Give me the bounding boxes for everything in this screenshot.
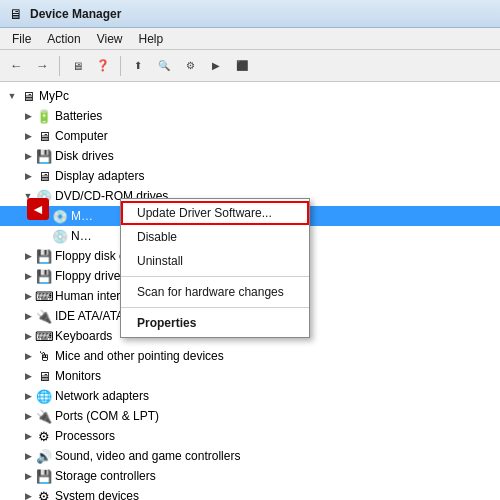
tree-item-computer[interactable]: 🖥 Computer [0,126,500,146]
tree-arrow-monitors[interactable] [20,368,36,384]
tree-item-processors[interactable]: ⚙ Processors [0,426,500,446]
tree-arrow-batteries[interactable] [20,108,36,124]
scan-button[interactable]: 🔍 [152,54,176,78]
context-menu: Update Driver Software... Disable Uninst… [120,198,310,338]
tree-label-mice: Mice and other pointing devices [55,349,224,363]
tree-label-ports: Ports (COM & LPT) [55,409,159,423]
tree-arrow-floppy2[interactable] [20,268,36,284]
tree-label-keyboards: Keyboards [55,329,112,343]
properties-button[interactable]: 🖥 [65,54,89,78]
tree-arrow-ports[interactable] [20,408,36,424]
tree-label-diskdrives: Disk drives [55,149,114,163]
tree-item-system[interactable]: ⚙ System devices [0,486,500,500]
title-bar-text: Device Manager [30,7,121,21]
forward-button[interactable]: → [30,54,54,78]
display-icon: 🖥 [36,168,52,184]
tree-item-diskdrives[interactable]: 💾 Disk drives [0,146,500,166]
tree-arrow-system[interactable] [20,488,36,500]
ctx-update-driver[interactable]: Update Driver Software... [121,201,309,225]
tree-arrow-computer[interactable] [20,128,36,144]
dvd-sub-icon-1: 💿 [52,208,68,224]
tree-item-mice[interactable]: 🖱 Mice and other pointing devices [0,346,500,366]
tree-label-system: System devices [55,489,139,500]
network-icon: 🌐 [36,388,52,404]
toolbar-separator-1 [59,56,60,76]
processor-icon: ⚙ [36,428,52,444]
tree-arrow-floppy1[interactable] [20,248,36,264]
update-driver-button[interactable]: ⬆ [126,54,150,78]
menu-help[interactable]: Help [131,30,172,48]
tree-label-computer: Computer [55,129,108,143]
tree-arrow-displayadapters[interactable] [20,168,36,184]
app-icon: 🖥 [8,6,24,22]
tree-arrow-diskdrives[interactable] [20,148,36,164]
system-icon: ⚙ [36,488,52,500]
ctx-disable[interactable]: Disable [121,225,309,249]
tree-label-processors: Processors [55,429,115,443]
monitors-icon: 🖥 [36,368,52,384]
human-icon: ⌨ [36,288,52,304]
tree-label-m: M… [71,209,93,223]
menu-view[interactable]: View [89,30,131,48]
tree-item-monitors[interactable]: 🖥 Monitors [0,366,500,386]
tree-arrow-sound[interactable] [20,448,36,464]
ctx-scan[interactable]: Scan for hardware changes [121,280,309,304]
help-button[interactable]: ❓ [91,54,115,78]
ide-icon: 🔌 [36,308,52,324]
disk-icon: 💾 [36,148,52,164]
menu-file[interactable]: File [4,30,39,48]
keyboard-icon: ⌨ [36,328,52,344]
toolbar-btn-3[interactable]: ⚙ [178,54,202,78]
computer-icon: 🖥 [20,88,36,104]
tree-arrow-storage[interactable] [20,468,36,484]
tree-label-network: Network adapters [55,389,149,403]
toolbar-btn-4[interactable]: ▶ [204,54,228,78]
dvd-sub-icon-2: 💿 [52,228,68,244]
ctx-uninstall[interactable]: Uninstall [121,249,309,273]
tree-arrow-mypc[interactable] [4,88,20,104]
storage-icon: 💾 [36,468,52,484]
toolbar-separator-2 [120,56,121,76]
tree-item-mypc[interactable]: 🖥 MyPc [0,86,500,106]
tree-item-displayadapters[interactable]: 🖥 Display adapters [0,166,500,186]
tree-arrow-ide[interactable] [20,308,36,324]
ports-icon: 🔌 [36,408,52,424]
tree-label-monitors: Monitors [55,369,101,383]
tree-arrow-network[interactable] [20,388,36,404]
tree-arrow-mice[interactable] [20,348,36,364]
tree-item-network[interactable]: 🌐 Network adapters [0,386,500,406]
tree-item-storage[interactable]: 💾 Storage controllers [0,466,500,486]
tree-label-mypc: MyPc [39,89,69,103]
tree-label-sound: Sound, video and game controllers [55,449,240,463]
tree-label-displayadapters: Display adapters [55,169,144,183]
tree-label-batteries: Batteries [55,109,102,123]
batteries-icon: 🔋 [36,108,52,124]
floppy2-icon: 💾 [36,268,52,284]
menu-bar: File Action View Help [0,28,500,50]
title-bar: 🖥 Device Manager [0,0,500,28]
tree-label-storage: Storage controllers [55,469,156,483]
tree-label-n: N… [71,229,92,243]
tree-arrow-processors[interactable] [20,428,36,444]
tree-item-sound[interactable]: 🔊 Sound, video and game controllers [0,446,500,466]
toolbar: ← → 🖥 ❓ ⬆ 🔍 ⚙ ▶ ⬛ [0,50,500,82]
toolbar-btn-5[interactable]: ⬛ [230,54,254,78]
back-button[interactable]: ← [4,54,28,78]
ctx-properties[interactable]: Properties [121,311,309,335]
ctx-separator-2 [121,307,309,308]
tree-item-batteries[interactable]: 🔋 Batteries [0,106,500,126]
sound-icon: 🔊 [36,448,52,464]
mice-icon: 🖱 [36,348,52,364]
tree-item-ports[interactable]: 🔌 Ports (COM & LPT) [0,406,500,426]
menu-action[interactable]: Action [39,30,88,48]
ctx-separator-1 [121,276,309,277]
computer-icon-2: 🖥 [36,128,52,144]
floppy1-icon: 💾 [36,248,52,264]
red-arrow-indicator: ◄ [27,198,49,220]
